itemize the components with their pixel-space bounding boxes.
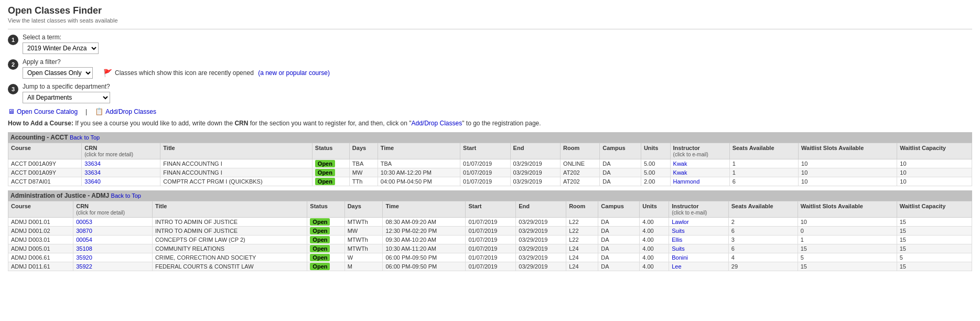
section-title-admj: Administration of Justice - ADMJ bbox=[10, 192, 109, 199]
cell-title: CONCEPTS OF CRIM LAW (CP 2) bbox=[152, 236, 307, 244]
col-end: End bbox=[510, 143, 561, 159]
instructor-link[interactable]: Suits bbox=[672, 228, 684, 234]
header-divider bbox=[8, 29, 972, 29]
col-units: Units bbox=[640, 201, 669, 218]
cell-course: ACCT D87AI01 bbox=[8, 177, 82, 186]
cell-title: FEDERAL COURTS & CONSTIT LAW bbox=[152, 262, 307, 271]
cell-status: Open bbox=[307, 236, 344, 244]
class-table-acct: Course CRN(click for more detail) Title … bbox=[8, 143, 972, 186]
crn-link[interactable]: 00054 bbox=[76, 237, 92, 243]
col-waitlist-slots: Waitlist Slots Available bbox=[798, 201, 897, 218]
col-room: Room bbox=[566, 201, 598, 218]
cell-seats: 1 bbox=[729, 159, 798, 168]
crn-link[interactable]: 35108 bbox=[76, 245, 92, 252]
cell-crn: 33634 bbox=[82, 159, 160, 168]
cell-seats: 29 bbox=[728, 262, 798, 271]
back-to-top-admj[interactable]: Back to Top bbox=[111, 192, 141, 199]
cell-end: 03/29/2019 bbox=[510, 168, 561, 177]
table-row: ADMJ D001.01 00053 INTRO TO ADMIN OF JUS… bbox=[8, 218, 972, 227]
cell-course: ADMJ D001.01 bbox=[8, 218, 73, 227]
crn-link[interactable]: 00053 bbox=[76, 219, 92, 225]
crn-link[interactable]: 35922 bbox=[76, 263, 92, 270]
status-badge: Open bbox=[315, 160, 335, 167]
catalog-icon: 🖥 bbox=[8, 108, 15, 115]
cell-waitlist-cap: 10 bbox=[897, 168, 972, 177]
cell-course: ADMJ D005.01 bbox=[8, 244, 73, 253]
table-row: ACCT D001A09Y 33634 FINAN ACCOUNTNG I Op… bbox=[8, 168, 972, 177]
instructor-link[interactable]: Kwak bbox=[673, 160, 687, 167]
catalog-link[interactable]: 🖥 Open Course Catalog bbox=[8, 108, 78, 115]
crn-link[interactable]: 35920 bbox=[76, 254, 92, 261]
crn-link[interactable]: 30870 bbox=[76, 228, 92, 234]
cell-start: 01/07/2019 bbox=[466, 227, 516, 236]
crn-link[interactable]: 33640 bbox=[84, 178, 101, 185]
cell-time: TBA bbox=[378, 159, 460, 168]
cell-waitlist-cap: 5 bbox=[897, 253, 972, 262]
flag-link[interactable]: (a new or popular course) bbox=[256, 69, 330, 77]
cell-campus: DA bbox=[600, 159, 641, 168]
col-start: Start bbox=[466, 201, 516, 218]
adddrop-link[interactable]: 📋 Add/Drop Classes bbox=[95, 108, 156, 115]
filter-select[interactable]: Open Classes Only bbox=[23, 67, 93, 79]
cell-units: 4.00 bbox=[640, 236, 669, 244]
col-days: Days bbox=[349, 143, 378, 159]
cell-days: MW bbox=[349, 168, 378, 177]
step2-container: 2 Apply a filter? Open Classes Only 🚩 Cl… bbox=[8, 58, 972, 79]
adddrop-label: Add/Drop Classes bbox=[105, 108, 156, 115]
instructor-link[interactable]: Bonini bbox=[672, 254, 688, 261]
status-badge: Open bbox=[315, 169, 335, 176]
cell-status: Open bbox=[307, 262, 344, 271]
cell-crn: 33634 bbox=[82, 168, 160, 177]
table-row: ADMJ D001.02 30870 INTRO TO ADMIN OF JUS… bbox=[8, 227, 972, 236]
cell-room: AT202 bbox=[561, 177, 600, 186]
cell-waitlist-slots: 15 bbox=[798, 244, 897, 253]
cell-title: FINAN ACCOUNTNG I bbox=[160, 159, 313, 168]
cell-seats: 6 bbox=[729, 177, 798, 186]
table-row: ACCT D87AI01 33640 COMPTR ACCT PRGM I (Q… bbox=[8, 177, 972, 186]
cell-course: ADMJ D003.01 bbox=[8, 236, 73, 244]
cell-crn: 33640 bbox=[82, 177, 160, 186]
cell-waitlist-cap: 15 bbox=[897, 262, 972, 271]
instructor-link[interactable]: Lawlor bbox=[672, 219, 688, 225]
cell-waitlist-slots: 10 bbox=[799, 177, 897, 186]
cell-time: 04:00 PM-04:50 PM bbox=[378, 177, 460, 186]
instructor-link[interactable]: Kwak bbox=[673, 169, 687, 176]
cell-course: ACCT D001A09Y bbox=[8, 159, 82, 168]
cell-units: 4.00 bbox=[640, 253, 669, 262]
col-title: Title bbox=[152, 201, 307, 218]
cell-crn: 30870 bbox=[73, 227, 153, 236]
howto-text: How to Add a Course: If you see a course… bbox=[8, 120, 972, 127]
cell-status: Open bbox=[312, 168, 349, 177]
cell-status: Open bbox=[307, 253, 344, 262]
back-to-top-acct[interactable]: Back to Top bbox=[70, 134, 100, 141]
col-campus: Campus bbox=[598, 201, 640, 218]
cell-title: CRIME, CORRECTION AND SOCIETY bbox=[152, 253, 307, 262]
cell-days: MTWTh bbox=[344, 244, 383, 253]
instructor-link[interactable]: Hammond bbox=[673, 178, 700, 185]
instructor-link[interactable]: Ellis bbox=[672, 237, 682, 243]
instructor-link[interactable]: Lee bbox=[672, 263, 681, 270]
status-badge: Open bbox=[310, 227, 330, 234]
step2-number: 2 bbox=[8, 59, 18, 70]
section-header-acct: Accounting - ACCT Back to Top bbox=[8, 132, 972, 143]
cell-course: ADMJ D001.02 bbox=[8, 227, 73, 236]
cell-start: 01/07/2019 bbox=[466, 253, 516, 262]
department-select[interactable]: All Departments bbox=[23, 92, 110, 103]
col-seats: Seats Available bbox=[729, 143, 798, 159]
crn-link[interactable]: 33634 bbox=[84, 160, 101, 167]
term-select[interactable]: 2019 Winter De Anza bbox=[23, 42, 99, 54]
cell-crn: 35920 bbox=[73, 253, 153, 262]
crn-link[interactable]: 33634 bbox=[84, 169, 101, 176]
cell-crn: 35108 bbox=[73, 244, 153, 253]
instructor-link[interactable]: Suits bbox=[672, 245, 684, 252]
col-days: Days bbox=[344, 201, 383, 218]
cell-days: MW bbox=[344, 227, 383, 236]
adddrop-inline-link[interactable]: Add/Drop Classes bbox=[412, 120, 462, 127]
step1-container: 1 Select a term: 2019 Winter De Anza bbox=[8, 34, 972, 54]
cell-room: L24 bbox=[566, 244, 598, 253]
table-row: ADMJ D005.01 35108 COMMUNITY RELATIONS O… bbox=[8, 244, 972, 253]
cell-waitlist-slots: 0 bbox=[798, 227, 897, 236]
section-header-admj: Administration of Justice - ADMJ Back to… bbox=[8, 190, 972, 201]
cell-end: 03/29/2019 bbox=[516, 262, 566, 271]
cell-waitlist-cap: 10 bbox=[897, 177, 972, 186]
